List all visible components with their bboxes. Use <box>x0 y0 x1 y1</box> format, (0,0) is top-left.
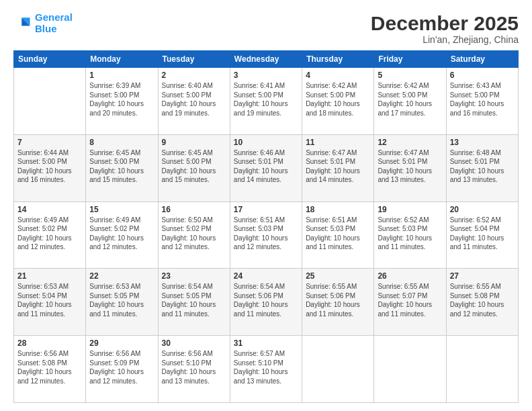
day-number: 28 <box>17 338 82 348</box>
calendar-cell: 11Sunrise: 6:47 AM Sunset: 5:01 PM Dayli… <box>302 134 374 201</box>
calendar-cell: 1Sunrise: 6:39 AM Sunset: 5:00 PM Daylig… <box>86 68 158 135</box>
calendar-cell: 30Sunrise: 6:56 AM Sunset: 5:10 PM Dayli… <box>158 336 230 403</box>
day-number: 21 <box>17 271 82 281</box>
calendar-cell: 20Sunrise: 6:52 AM Sunset: 5:04 PM Dayli… <box>446 201 518 269</box>
calendar-cell: 27Sunrise: 6:55 AM Sunset: 5:08 PM Dayli… <box>446 269 518 336</box>
cell-info: Sunrise: 6:39 AM Sunset: 5:00 PM Dayligh… <box>89 81 154 118</box>
cell-info: Sunrise: 6:54 AM Sunset: 5:06 PM Dayligh… <box>234 282 298 318</box>
calendar-cell: 24Sunrise: 6:54 AM Sunset: 5:06 PM Dayli… <box>230 269 302 336</box>
day-number: 17 <box>234 205 298 214</box>
cell-info: Sunrise: 6:47 AM Sunset: 5:01 PM Dayligh… <box>378 148 442 185</box>
calendar-cell <box>446 336 518 403</box>
cell-info: Sunrise: 6:56 AM Sunset: 5:08 PM Dayligh… <box>17 349 82 385</box>
cell-info: Sunrise: 6:40 AM Sunset: 5:00 PM Dayligh… <box>162 81 226 118</box>
cell-info: Sunrise: 6:53 AM Sunset: 5:04 PM Dayligh… <box>17 282 82 318</box>
day-number: 15 <box>89 205 154 214</box>
calendar-cell: 14Sunrise: 6:49 AM Sunset: 5:02 PM Dayli… <box>14 201 86 269</box>
calendar-week-row: 14Sunrise: 6:49 AM Sunset: 5:02 PM Dayli… <box>14 201 519 269</box>
calendar-cell: 4Sunrise: 6:42 AM Sunset: 5:00 PM Daylig… <box>302 68 374 135</box>
calendar-week-row: 7Sunrise: 6:44 AM Sunset: 5:00 PM Daylig… <box>14 134 519 201</box>
col-tuesday: Tuesday <box>158 51 230 68</box>
calendar-cell: 12Sunrise: 6:47 AM Sunset: 5:01 PM Dayli… <box>374 134 446 201</box>
day-number: 30 <box>162 338 226 348</box>
day-number: 4 <box>306 71 370 80</box>
cell-info: Sunrise: 6:55 AM Sunset: 5:07 PM Dayligh… <box>378 282 442 318</box>
cell-info: Sunrise: 6:55 AM Sunset: 5:08 PM Dayligh… <box>450 282 515 318</box>
cell-info: Sunrise: 6:56 AM Sunset: 5:10 PM Dayligh… <box>162 349 226 385</box>
cell-info: Sunrise: 6:52 AM Sunset: 5:03 PM Dayligh… <box>378 216 442 252</box>
cell-info: Sunrise: 6:51 AM Sunset: 5:03 PM Dayligh… <box>306 216 370 252</box>
calendar-cell: 13Sunrise: 6:48 AM Sunset: 5:01 PM Dayli… <box>446 134 518 201</box>
day-number: 1 <box>89 71 154 80</box>
day-number: 9 <box>162 138 226 147</box>
logo-icon <box>13 14 32 33</box>
cell-info: Sunrise: 6:56 AM Sunset: 5:09 PM Dayligh… <box>89 349 154 385</box>
header: General Blue December 2025 Lin'an, Zheji… <box>13 12 519 45</box>
subtitle: Lin'an, Zhejiang, China <box>371 34 519 45</box>
day-number: 16 <box>162 205 226 214</box>
day-number: 24 <box>234 271 298 281</box>
day-number: 11 <box>306 138 370 147</box>
cell-info: Sunrise: 6:45 AM Sunset: 5:00 PM Dayligh… <box>162 148 226 185</box>
calendar-cell: 29Sunrise: 6:56 AM Sunset: 5:09 PM Dayli… <box>86 336 158 403</box>
logo-text: General Blue <box>35 12 73 34</box>
cell-info: Sunrise: 6:48 AM Sunset: 5:01 PM Dayligh… <box>450 148 515 185</box>
calendar-cell: 31Sunrise: 6:57 AM Sunset: 5:10 PM Dayli… <box>230 336 302 403</box>
cell-info: Sunrise: 6:42 AM Sunset: 5:00 PM Dayligh… <box>378 81 442 118</box>
calendar-cell: 19Sunrise: 6:52 AM Sunset: 5:03 PM Dayli… <box>374 201 446 269</box>
day-number: 2 <box>162 71 226 80</box>
calendar-cell: 21Sunrise: 6:53 AM Sunset: 5:04 PM Dayli… <box>14 269 86 336</box>
day-number: 18 <box>306 205 370 214</box>
calendar-cell: 16Sunrise: 6:50 AM Sunset: 5:02 PM Dayli… <box>158 201 230 269</box>
calendar-cell <box>302 336 374 403</box>
day-number: 5 <box>378 71 442 80</box>
main-title: December 2025 <box>371 12 519 34</box>
day-number: 20 <box>450 205 515 214</box>
calendar-cell: 15Sunrise: 6:49 AM Sunset: 5:02 PM Dayli… <box>86 201 158 269</box>
cell-info: Sunrise: 6:53 AM Sunset: 5:05 PM Dayligh… <box>89 282 154 318</box>
calendar-week-row: 28Sunrise: 6:56 AM Sunset: 5:08 PM Dayli… <box>14 336 519 403</box>
calendar-header-row: Sunday Monday Tuesday Wednesday Thursday… <box>14 51 519 68</box>
col-sunday: Sunday <box>14 51 86 68</box>
cell-info: Sunrise: 6:57 AM Sunset: 5:10 PM Dayligh… <box>234 349 298 385</box>
day-number: 14 <box>17 205 82 214</box>
calendar-cell <box>14 68 86 135</box>
day-number: 23 <box>162 271 226 281</box>
cell-info: Sunrise: 6:54 AM Sunset: 5:05 PM Dayligh… <box>162 282 226 318</box>
day-number: 19 <box>378 205 442 214</box>
cell-info: Sunrise: 6:45 AM Sunset: 5:00 PM Dayligh… <box>89 148 154 185</box>
calendar-cell: 6Sunrise: 6:43 AM Sunset: 5:00 PM Daylig… <box>446 68 518 135</box>
col-wednesday: Wednesday <box>230 51 302 68</box>
calendar-cell: 5Sunrise: 6:42 AM Sunset: 5:00 PM Daylig… <box>374 68 446 135</box>
calendar-cell: 7Sunrise: 6:44 AM Sunset: 5:00 PM Daylig… <box>14 134 86 201</box>
calendar-cell: 17Sunrise: 6:51 AM Sunset: 5:03 PM Dayli… <box>230 201 302 269</box>
calendar-cell: 8Sunrise: 6:45 AM Sunset: 5:00 PM Daylig… <box>86 134 158 201</box>
cell-info: Sunrise: 6:46 AM Sunset: 5:01 PM Dayligh… <box>234 148 298 185</box>
day-number: 31 <box>234 338 298 348</box>
cell-info: Sunrise: 6:55 AM Sunset: 5:06 PM Dayligh… <box>306 282 370 318</box>
day-number: 7 <box>17 138 82 147</box>
day-number: 29 <box>89 338 154 348</box>
calendar-cell: 18Sunrise: 6:51 AM Sunset: 5:03 PM Dayli… <box>302 201 374 269</box>
day-number: 27 <box>450 271 515 281</box>
cell-info: Sunrise: 6:42 AM Sunset: 5:00 PM Dayligh… <box>306 81 370 118</box>
cell-info: Sunrise: 6:49 AM Sunset: 5:02 PM Dayligh… <box>17 216 82 252</box>
calendar-cell: 9Sunrise: 6:45 AM Sunset: 5:00 PM Daylig… <box>158 134 230 201</box>
cell-info: Sunrise: 6:52 AM Sunset: 5:04 PM Dayligh… <box>450 216 515 252</box>
calendar-cell: 22Sunrise: 6:53 AM Sunset: 5:05 PM Dayli… <box>86 269 158 336</box>
col-monday: Monday <box>86 51 158 68</box>
day-number: 22 <box>89 271 154 281</box>
day-number: 6 <box>450 71 515 80</box>
cell-info: Sunrise: 6:41 AM Sunset: 5:00 PM Dayligh… <box>234 81 298 118</box>
cell-info: Sunrise: 6:44 AM Sunset: 5:00 PM Dayligh… <box>17 148 82 185</box>
calendar-week-row: 1Sunrise: 6:39 AM Sunset: 5:00 PM Daylig… <box>14 68 519 135</box>
calendar-table: Sunday Monday Tuesday Wednesday Thursday… <box>13 50 519 403</box>
calendar-cell: 10Sunrise: 6:46 AM Sunset: 5:01 PM Dayli… <box>230 134 302 201</box>
calendar-cell <box>374 336 446 403</box>
cell-info: Sunrise: 6:51 AM Sunset: 5:03 PM Dayligh… <box>234 216 298 252</box>
col-saturday: Saturday <box>446 51 518 68</box>
calendar-cell: 25Sunrise: 6:55 AM Sunset: 5:06 PM Dayli… <box>302 269 374 336</box>
calendar-week-row: 21Sunrise: 6:53 AM Sunset: 5:04 PM Dayli… <box>14 269 519 336</box>
calendar-cell: 2Sunrise: 6:40 AM Sunset: 5:00 PM Daylig… <box>158 68 230 135</box>
day-number: 12 <box>378 138 442 147</box>
